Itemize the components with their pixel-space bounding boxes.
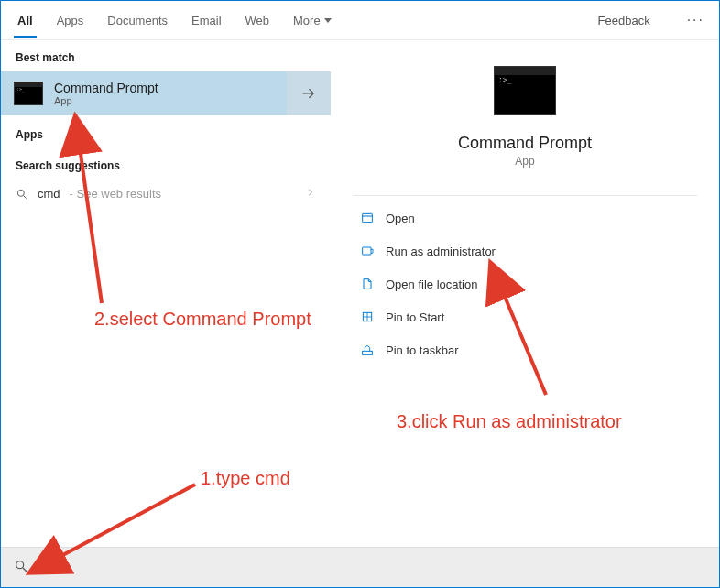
arrow-right-icon bbox=[300, 85, 317, 102]
windows-search-panel: All Apps Documents Email Web More Feedba… bbox=[1, 1, 719, 587]
search-suggestion-item[interactable]: cmd - See web results bbox=[1, 181, 331, 206]
svg-rect-5 bbox=[363, 351, 373, 354]
action-open-loc-label: Open file location bbox=[386, 278, 477, 291]
preview-column: Command Prompt App Open Run as administr… bbox=[331, 40, 719, 547]
suggestion-suffix: - See web results bbox=[70, 187, 161, 201]
tab-more-label: More bbox=[293, 14, 321, 27]
action-pin-start-label: Pin to Start bbox=[386, 310, 444, 324]
pin-start-icon bbox=[360, 310, 375, 324]
search-bar[interactable] bbox=[1, 547, 719, 587]
folder-icon bbox=[360, 277, 375, 291]
action-pin-to-taskbar[interactable]: Pin to taskbar bbox=[356, 335, 693, 365]
open-icon bbox=[360, 211, 375, 225]
chevron-down-icon bbox=[324, 18, 332, 23]
svg-point-6 bbox=[16, 561, 24, 568]
best-match-heading: Best match bbox=[1, 40, 331, 71]
action-open-file-location[interactable]: Open file location bbox=[356, 269, 693, 299]
svg-point-0 bbox=[17, 190, 24, 196]
more-options-icon[interactable]: ··· bbox=[687, 12, 704, 28]
shield-icon bbox=[360, 244, 375, 258]
svg-rect-2 bbox=[363, 213, 373, 222]
action-open[interactable]: Open bbox=[356, 203, 693, 233]
preview-subtitle: App bbox=[515, 155, 534, 168]
svg-rect-3 bbox=[363, 247, 371, 255]
tab-apps[interactable]: Apps bbox=[55, 14, 86, 27]
apps-heading: Apps bbox=[1, 115, 331, 147]
search-icon bbox=[16, 188, 28, 201]
chevron-right-icon bbox=[305, 187, 316, 201]
preview-header: Command Prompt App bbox=[356, 66, 693, 184]
action-pin-to-start[interactable]: Pin to Start bbox=[356, 302, 693, 332]
preview-title: Command Prompt bbox=[458, 134, 592, 153]
search-input[interactable] bbox=[38, 560, 706, 575]
command-prompt-thumbnail-icon bbox=[14, 82, 43, 105]
tab-email[interactable]: Email bbox=[190, 14, 224, 27]
best-match-row[interactable]: Command Prompt App bbox=[1, 71, 331, 115]
results-column: Best match Command Prompt App Apps Searc… bbox=[1, 40, 331, 547]
svg-line-7 bbox=[23, 568, 27, 572]
search-suggestions-heading: Search suggestions bbox=[1, 147, 331, 181]
divider bbox=[353, 195, 697, 196]
best-match-item[interactable]: Command Prompt App bbox=[1, 71, 287, 115]
action-run-as-administrator[interactable]: Run as administrator bbox=[356, 236, 693, 266]
svg-line-1 bbox=[24, 195, 27, 198]
expand-arrow-button[interactable] bbox=[287, 71, 331, 115]
best-match-title: Command Prompt bbox=[54, 81, 158, 95]
filter-tabs: All Apps Documents Email Web More Feedba… bbox=[1, 1, 719, 39]
action-open-label: Open bbox=[386, 212, 415, 225]
tab-documents[interactable]: Documents bbox=[105, 14, 169, 27]
preview-actions: Open Run as administrator Open file loca… bbox=[356, 203, 693, 365]
best-match-titles: Command Prompt App bbox=[54, 81, 158, 106]
action-pin-taskbar-label: Pin to taskbar bbox=[386, 343, 459, 357]
pin-taskbar-icon bbox=[360, 343, 375, 357]
best-match-subtitle: App bbox=[54, 95, 158, 106]
action-run-admin-label: Run as administrator bbox=[386, 245, 496, 258]
tab-web[interactable]: Web bbox=[244, 14, 272, 27]
tab-all[interactable]: All bbox=[16, 14, 35, 27]
tab-more[interactable]: More bbox=[291, 14, 333, 27]
search-icon bbox=[14, 559, 28, 577]
suggestion-query: cmd bbox=[38, 187, 60, 201]
feedback-link[interactable]: Feedback bbox=[598, 14, 650, 27]
command-prompt-large-icon bbox=[494, 66, 556, 115]
content-split: Best match Command Prompt App Apps Searc… bbox=[1, 39, 719, 547]
